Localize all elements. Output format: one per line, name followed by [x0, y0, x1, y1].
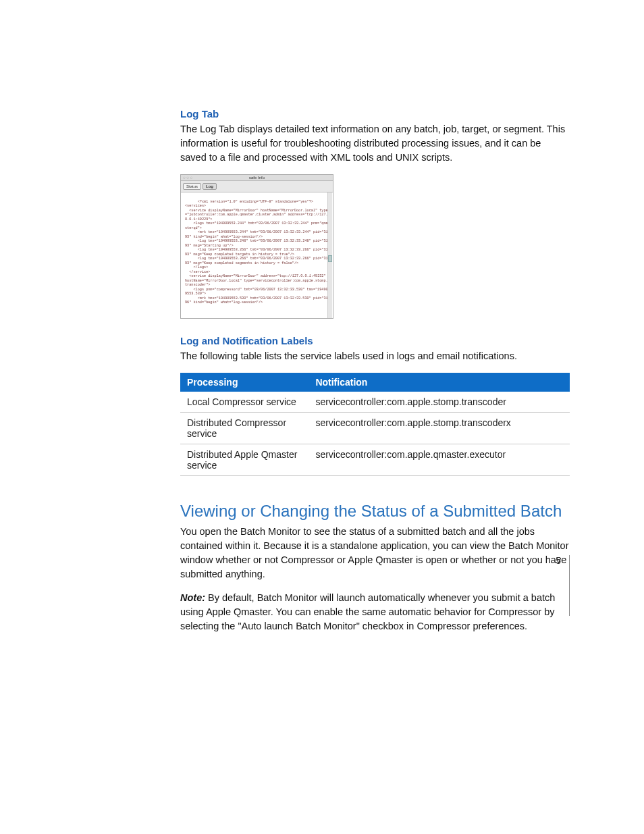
- screenshot-window-title: cafe Info: [249, 176, 265, 180]
- screenshot-log-text: <?xml version="1.0" encoding="UTF-8" sta…: [185, 200, 328, 305]
- paragraph-note: Note: By default, Batch Monitor will lau…: [180, 591, 570, 633]
- screenshot-tab-status: Status: [183, 183, 201, 190]
- page-number: 5: [556, 555, 570, 616]
- heading-log-labels: Log and Notification Labels: [180, 335, 570, 346]
- screenshot-tab-log: Log: [203, 183, 217, 190]
- paragraph-log-tab: The Log Tab displays detailed text infor…: [180, 122, 570, 165]
- table-cell-notification: servicecontroller:com.apple.stomp.transc…: [308, 392, 570, 413]
- document-page: Log Tab The Log Tab displays detailed te…: [0, 0, 644, 683]
- scrollbar-thumb: [328, 255, 332, 262]
- labels-table: Processing Notification Local Compressor…: [180, 373, 570, 476]
- screenshot-log-tab: ○ ○ ○ cafe Info Status Log <?xml version…: [180, 174, 333, 319]
- paragraph-viewing-status: You open the Batch Monitor to see the st…: [180, 525, 570, 581]
- screenshot-log-body: <?xml version="1.0" encoding="UTF-8" sta…: [181, 192, 333, 318]
- table-row: Local Compressor service servicecontroll…: [180, 392, 570, 413]
- heading-viewing-status: Viewing or Changing the Status of a Subm…: [180, 502, 570, 521]
- note-label: Note:: [180, 592, 205, 603]
- screenshot-tabs: Status Log: [181, 181, 333, 192]
- page-number-value: 5: [556, 555, 561, 566]
- window-controls-icon: ○ ○ ○: [183, 176, 192, 180]
- scrollbar: [327, 192, 332, 318]
- table-header-processing: Processing: [180, 373, 308, 392]
- table-cell-processing: Distributed Apple Qmaster service: [180, 444, 308, 475]
- heading-log-tab: Log Tab: [180, 108, 570, 120]
- note-text: By default, Batch Monitor will launch au…: [180, 592, 555, 631]
- table-cell-processing: Local Compressor service: [180, 392, 308, 413]
- screenshot-titlebar: ○ ○ ○ cafe Info: [181, 175, 333, 181]
- table-cell-notification: servicecontroller:com.apple.qmaster.exec…: [308, 444, 570, 475]
- table-cell-processing: Distributed Compressor service: [180, 412, 308, 444]
- table-row: Distributed Compressor service serviceco…: [180, 412, 570, 444]
- table-cell-notification: servicecontroller:com.apple.stomp.transc…: [308, 412, 570, 444]
- paragraph-log-labels: The following table lists the service la…: [180, 349, 570, 363]
- table-row: Distributed Apple Qmaster service servic…: [180, 444, 570, 475]
- table-header-row: Processing Notification: [180, 373, 570, 392]
- table-header-notification: Notification: [308, 373, 570, 392]
